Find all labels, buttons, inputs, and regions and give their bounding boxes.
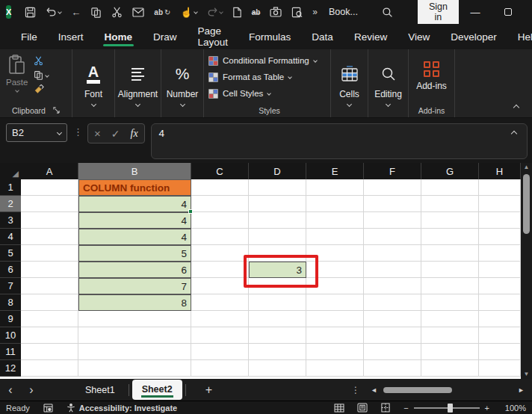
next-sheet-icon[interactable]: › [21,383,42,397]
editing-group-button[interactable]: Editing [368,49,409,117]
accessibility-status[interactable]: Accessibility: Investigate [79,404,177,413]
cell-h2[interactable] [479,196,521,212]
cell-g6[interactable] [421,262,479,278]
redo-button[interactable] [205,5,224,19]
expand-formula-bar-icon[interactable] [511,131,517,137]
save-icon[interactable] [23,5,37,19]
cell-g4[interactable] [421,229,479,245]
cell-g3[interactable] [421,212,479,229]
cell-g10[interactable] [421,327,479,344]
column-header-a[interactable]: A [21,163,78,179]
sign-in-button[interactable]: Sign in [418,0,459,26]
back-arrow-icon[interactable]: ← [69,5,82,19]
column-header-b[interactable]: B [78,163,191,179]
strikethrough-icon[interactable]: ab [250,7,262,18]
row-header-11[interactable]: 11 [0,344,21,360]
cell-d9[interactable] [249,311,306,327]
scroll-down-icon[interactable]: ▼ [524,370,530,379]
cell-e6[interactable] [306,262,364,278]
cell-f4[interactable] [364,229,421,245]
horizontal-scrollbar[interactable]: ◄ ► [371,386,532,394]
cell-a7[interactable] [21,278,78,294]
cell-g12[interactable] [421,360,479,377]
cell-e4[interactable] [306,229,364,245]
zoom-out-icon[interactable]: − [403,404,408,413]
cell-b11[interactable] [78,344,191,360]
cell-b6[interactable]: 6 [78,262,191,278]
cell-c1[interactable] [191,179,249,196]
cell-d5[interactable] [249,245,306,262]
row-header-5[interactable]: 5 [0,245,21,262]
copy-button[interactable] [34,70,49,80]
column-header-d[interactable]: D [249,163,306,179]
qat-overflow-icon[interactable]: » [311,5,319,19]
cell-c6[interactable] [191,262,249,278]
scroll-up-icon[interactable]: ▲ [524,163,530,172]
add-ins-button[interactable]: Add-ins [409,49,454,103]
cell-e1[interactable] [306,179,364,196]
cell-g5[interactable] [421,245,479,262]
tab-help[interactable]: Help [516,27,532,47]
column-header-e[interactable]: E [306,163,364,179]
scroll-right-icon[interactable]: ► [518,386,525,394]
cell-a10[interactable] [21,327,78,344]
cell-h10[interactable] [479,327,521,344]
clipboard-dialog-launcher-icon[interactable] [53,106,60,115]
column-header-h[interactable]: H [479,163,521,179]
page-layout-view-icon[interactable] [357,403,368,413]
zoom-level[interactable]: 100% [502,404,526,413]
cell-b9[interactable] [78,311,191,327]
cell-f8[interactable] [364,294,421,311]
cell-f10[interactable] [364,327,421,344]
normal-view-icon[interactable] [334,404,344,413]
camera-icon[interactable] [268,5,283,19]
cells-group-button[interactable]: Cells [331,49,368,117]
tabbar-options-icon[interactable]: ⋮ [351,385,360,395]
column-header-g[interactable]: G [421,163,479,179]
tab-review[interactable]: Review [353,27,389,47]
row-header-4[interactable]: 4 [0,229,21,245]
cell-h7[interactable] [479,278,521,294]
cell-h4[interactable] [479,229,521,245]
cell-d10[interactable] [249,327,306,344]
cell-d4[interactable] [249,229,306,245]
cell-e12[interactable] [306,360,364,377]
tab-draw[interactable]: Draw [152,27,179,47]
cell-e9[interactable] [306,311,364,327]
insert-function-icon[interactable]: fx [131,128,138,140]
cell-e8[interactable] [306,294,364,311]
cell-c7[interactable] [191,278,249,294]
cell-b5[interactable]: 5 [78,245,191,262]
cut-icon[interactable] [110,5,124,19]
cell-d12[interactable] [249,360,306,377]
cell-a12[interactable] [21,360,78,377]
mail-icon[interactable] [131,6,146,19]
cell-c9[interactable] [191,311,249,327]
cell-d8[interactable] [249,294,306,311]
column-header-f[interactable]: F [364,163,421,179]
cell-b1[interactable]: COLUMN function [78,179,191,196]
cell-a9[interactable] [21,311,78,327]
cell-b12[interactable] [78,360,191,377]
cell-c3[interactable] [191,212,249,229]
tab-view[interactable]: View [406,27,431,47]
alignment-group-button[interactable]: Alignment [115,49,161,117]
cell-b4[interactable]: 4 [78,229,191,245]
row-header-8[interactable]: 8 [0,294,21,311]
cell-g11[interactable] [421,344,479,360]
cell-e11[interactable] [306,344,364,360]
cell-e2[interactable] [306,196,364,212]
cell-a1[interactable] [21,179,78,196]
cell-a4[interactable] [21,229,78,245]
font-group-button[interactable]: A Font [72,49,115,117]
cell-h11[interactable] [479,344,521,360]
cell-a3[interactable] [21,212,78,229]
cell-e10[interactable] [306,327,364,344]
conditional-formatting-button[interactable]: Conditional Formatting [208,52,330,69]
paste-button[interactable]: Paste [6,55,28,103]
format-as-table-button[interactable]: Format as Table [208,69,330,85]
cell-h6[interactable] [479,262,521,278]
zoom-in-icon[interactable]: + [485,404,489,413]
cell-g1[interactable] [421,179,479,196]
row-header-9[interactable]: 9 [0,311,21,327]
